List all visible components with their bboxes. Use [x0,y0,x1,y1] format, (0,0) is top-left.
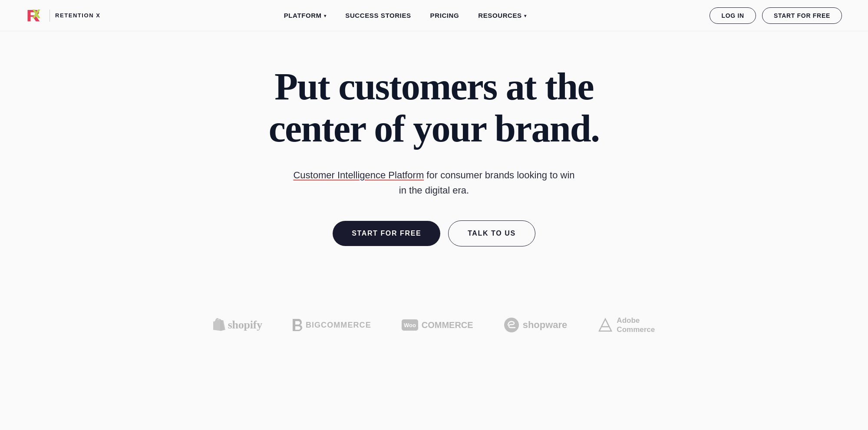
adobe-commerce-logo: AdobeCommerce [597,316,655,335]
bigcommerce-icon [293,319,302,331]
login-button[interactable]: LOG IN [710,7,756,24]
woocommerce-text: COMMERCE [422,320,473,330]
hero-title: Put customers at the center of your bran… [269,66,600,150]
brand-name: RETENTION X [55,12,101,19]
start-for-free-button[interactable]: START FOR FREE [333,221,440,246]
shopware-icon [504,317,519,333]
header: RETENTION X PLATFORM ▾ SUCCESS STORIES P… [0,0,868,31]
shopify-text: shopify [228,318,262,332]
main-nav: PLATFORM ▾ SUCCESS STORIES PRICING RESOU… [284,12,527,19]
platform-chevron-icon: ▾ [324,13,327,18]
nav-resources[interactable]: RESOURCES ▾ [478,12,526,19]
hero-section: Put customers at the center of your bran… [0,31,868,343]
logo-area[interactable]: RETENTION X [26,8,101,23]
start-free-nav-button[interactable]: START FOR FREE [762,7,842,24]
nav-pricing[interactable]: PRICING [430,12,459,19]
shopify-icon [213,318,225,332]
adobe-icon [597,317,613,333]
bigcommerce-logo: bigCOMMERCE [293,319,371,331]
shopware-logo: shopware [504,317,568,333]
hero-cta-buttons: START FOR FREE TALK TO US [333,220,535,246]
talk-to-us-button[interactable]: TALK TO US [448,220,535,246]
adobe-commerce-text: AdobeCommerce [617,316,655,335]
woocommerce-logo: Woo COMMERCE [402,319,473,331]
nav-platform[interactable]: PLATFORM ▾ [284,12,327,19]
logo-divider [50,10,50,22]
partner-logos-section: shopify bigCOMMERCE Woo COMMERCE shopwar… [0,307,868,343]
hero-subtitle: Customer Intelligence Platform for consu… [291,167,578,198]
shopware-text: shopware [523,319,568,331]
bigcommerce-text: bigCOMMERCE [306,321,371,330]
resources-chevron-icon: ▾ [524,13,527,18]
customer-intelligence-link[interactable]: Customer Intelligence Platform [293,170,424,181]
header-actions: LOG IN START FOR FREE [710,7,842,24]
shopify-logo: shopify [213,318,262,332]
svg-text:Woo: Woo [404,322,416,328]
nav-success-stories[interactable]: SUCCESS STORIES [345,12,411,19]
woo-icon: Woo [402,319,418,331]
rx-logo-icon [26,8,44,23]
